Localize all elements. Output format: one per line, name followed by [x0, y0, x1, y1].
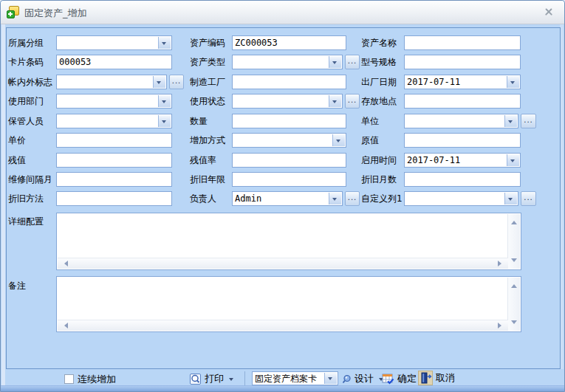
print-label: 打印: [205, 372, 224, 385]
use-status-label: 使用状态: [190, 94, 225, 109]
asset-type-combobox[interactable]: [232, 55, 343, 69]
unit-price-input[interactable]: [56, 133, 172, 148]
account-flag-ellipsis-button[interactable]: ...: [169, 75, 184, 89]
card-barcode-label: 卡片条码: [8, 55, 44, 69]
depreciation-months-label: 折旧月数: [361, 172, 397, 187]
start-date-label: 启用时间: [361, 153, 397, 168]
account-flag-label: 帐内外标志: [8, 75, 52, 89]
horizontal-scrollbar[interactable]: [58, 320, 508, 331]
scroll-up-icon[interactable]: [511, 218, 517, 224]
add-method-combobox[interactable]: [232, 133, 346, 148]
chevron-down-icon[interactable]: [229, 378, 233, 383]
custom-column1-combobox[interactable]: [404, 191, 518, 206]
asset-name-input[interactable]: [404, 35, 521, 50]
design-button[interactable]: 设计: [342, 371, 383, 386]
custom-column1-label: 自定义列1: [361, 191, 403, 206]
maintenance-interval-input[interactable]: [56, 172, 172, 187]
window-frame-left: [1, 24, 5, 388]
chevron-down-icon[interactable]: [158, 37, 171, 49]
account-flag-combobox[interactable]: [56, 75, 167, 89]
exit-door-icon: [418, 371, 433, 385]
manufacture-date-picker[interactable]: 2017-07-11: [404, 75, 521, 89]
asset-type-ellipsis-button[interactable]: ...: [345, 55, 360, 69]
title-bar: 固定资产_增加: [1, 1, 564, 24]
original-value-input[interactable]: [404, 133, 521, 148]
manager-label: 负责人: [190, 191, 216, 206]
cancel-button[interactable]: 取消: [418, 371, 455, 385]
grid-check-icon: [382, 373, 394, 385]
print-preview-icon: [189, 373, 202, 385]
manager-ellipsis-button[interactable]: ...: [345, 191, 360, 206]
vertical-scrollbar[interactable]: [507, 278, 520, 331]
scroll-down-icon[interactable]: [511, 258, 517, 265]
depreciation-method-label: 折旧方法: [8, 191, 44, 206]
window-frame-bottom: [1, 385, 564, 391]
remarks-label: 备注: [8, 278, 26, 293]
continuous-add-label: 连续增加: [78, 372, 116, 387]
unit-ellipsis-button[interactable]: ...: [521, 114, 536, 128]
depreciation-years-label: 折旧年限: [190, 172, 225, 187]
depreciation-method-input[interactable]: [56, 191, 172, 206]
scroll-right-icon[interactable]: [498, 261, 504, 267]
detail-config-label: 详细配置: [8, 214, 44, 229]
quantity-input[interactable]: [232, 114, 346, 128]
use-status-ellipsis-button[interactable]: ...: [345, 94, 360, 109]
depreciation-months-input[interactable]: [404, 172, 521, 187]
use-status-combobox[interactable]: [232, 94, 343, 109]
design-label: 设计: [355, 372, 374, 385]
scroll-left-icon[interactable]: [61, 323, 68, 329]
chevron-down-icon[interactable]: [507, 154, 519, 166]
card-barcode-input[interactable]: 000053: [56, 55, 172, 69]
vertical-scrollbar[interactable]: [507, 214, 520, 269]
unit-price-label: 单价: [8, 133, 26, 148]
scroll-up-icon[interactable]: [511, 281, 517, 288]
chevron-down-icon[interactable]: [329, 95, 341, 107]
manufacturer-input[interactable]: [232, 75, 346, 89]
unit-combobox[interactable]: [404, 114, 518, 128]
start-date-picker[interactable]: 2017-07-11: [404, 153, 521, 168]
window-title: 固定资产_增加: [24, 7, 87, 20]
residual-rate-label: 残值率: [190, 153, 216, 168]
chevron-down-icon[interactable]: [158, 95, 171, 107]
depreciation-years-input[interactable]: [232, 172, 346, 187]
chevron-down-icon[interactable]: [504, 193, 517, 204]
chevron-down-icon[interactable]: [504, 115, 517, 127]
scroll-down-icon[interactable]: [511, 320, 517, 327]
storage-location-label: 存放地点: [361, 94, 397, 109]
custom-column1-ellipsis-button[interactable]: ...: [521, 191, 536, 206]
residual-value-input[interactable]: [56, 153, 172, 168]
asset-code-input[interactable]: ZC000053: [232, 35, 346, 50]
toolbar-separator: [244, 371, 245, 385]
manager-combobox[interactable]: Admin: [232, 191, 343, 206]
chevron-down-icon[interactable]: [324, 373, 337, 384]
design-icon: [342, 374, 352, 384]
scroll-left-icon[interactable]: [61, 261, 68, 267]
chevron-down-icon[interactable]: [507, 76, 519, 88]
continuous-add-checkbox[interactable]: [64, 374, 74, 384]
residual-value-label: 残值: [8, 153, 26, 168]
storage-location-input[interactable]: [404, 94, 521, 109]
manufacturer-label: 制造工厂: [190, 75, 225, 89]
group-combobox[interactable]: [56, 35, 172, 50]
chevron-down-icon[interactable]: [329, 56, 341, 68]
detail-config-textarea[interactable]: [56, 213, 521, 270]
chevron-down-icon[interactable]: [329, 193, 341, 204]
add-method-label: 增加方式: [190, 133, 225, 148]
scroll-right-icon[interactable]: [498, 323, 504, 329]
remarks-textarea[interactable]: [56, 276, 521, 332]
template-combobox[interactable]: 固定资产档案卡: [252, 371, 338, 385]
model-spec-input[interactable]: [404, 55, 521, 69]
horizontal-scrollbar[interactable]: [58, 258, 508, 269]
use-department-combobox[interactable]: [56, 94, 172, 109]
close-icon[interactable]: [543, 6, 555, 18]
original-value-label: 原值: [361, 133, 379, 148]
ok-label: 确定: [397, 372, 417, 385]
chevron-down-icon[interactable]: [332, 134, 345, 146]
print-button[interactable]: 打印: [189, 371, 233, 386]
ok-button[interactable]: 确定: [382, 371, 417, 386]
chevron-down-icon[interactable]: [158, 115, 171, 127]
custodian-combobox[interactable]: [56, 114, 172, 128]
chevron-down-icon[interactable]: [153, 76, 165, 88]
residual-rate-input[interactable]: [232, 153, 346, 168]
quantity-label: 数量: [190, 114, 208, 128]
